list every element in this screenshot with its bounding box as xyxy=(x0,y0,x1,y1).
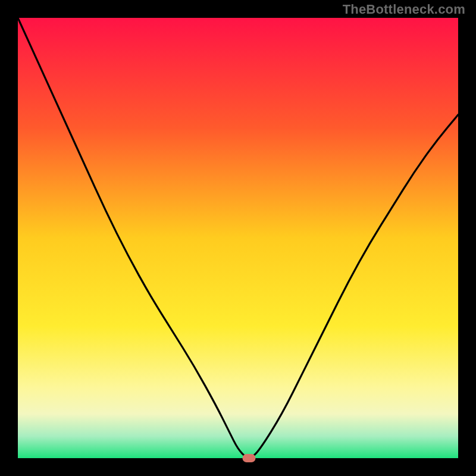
bottleneck-chart xyxy=(0,0,476,476)
minimum-marker xyxy=(243,454,256,462)
frame-left xyxy=(0,0,18,476)
frame-right xyxy=(458,0,476,476)
frame-bottom xyxy=(0,458,476,476)
chart-stage: { "watermark": "TheBottleneck.com", "col… xyxy=(0,0,476,476)
watermark-text: TheBottleneck.com xyxy=(343,2,465,17)
gradient-panel xyxy=(18,18,458,458)
